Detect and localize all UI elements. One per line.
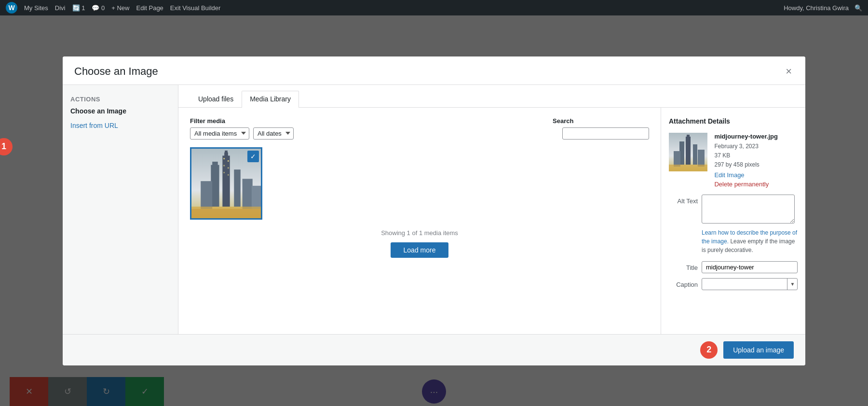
modal-footer: 2 Upload an image bbox=[63, 334, 805, 365]
svg-rect-17 bbox=[228, 174, 229, 175]
admin-bar-left: W My Sites Divi 🔄 1 💬 0 + New Edit Page … bbox=[6, 2, 776, 14]
admin-bar-comments[interactable]: 🔄 1 bbox=[72, 4, 85, 12]
attachment-info: midjourney-tower.jpg February 3, 2023 37… bbox=[714, 133, 777, 188]
svg-rect-19 bbox=[686, 137, 691, 165]
upload-image-button[interactable]: Upload an image bbox=[723, 341, 794, 359]
modal-body: Actions Choose an Image Insert from URL … bbox=[63, 85, 805, 334]
tabs-bar: Upload files Media Library bbox=[178, 85, 805, 108]
caption-input[interactable] bbox=[702, 278, 798, 290]
svg-rect-25 bbox=[669, 165, 707, 171]
attachment-thumbnail bbox=[669, 133, 707, 171]
svg-rect-9 bbox=[252, 185, 261, 209]
attachment-dimensions: 297 by 458 pixels bbox=[714, 160, 777, 169]
alt-text-hint: Learn how to describe the purpose of the… bbox=[702, 228, 798, 254]
attachment-edit-image-link[interactable]: Edit Image bbox=[714, 171, 777, 179]
step-badge-1-container: 1 bbox=[0, 138, 13, 155]
admin-bar-search-icon[interactable]: 🔍 bbox=[854, 4, 862, 12]
admin-bar-greeting: Howdy, Christina Gwira bbox=[784, 4, 849, 12]
tab-upload-files[interactable]: Upload files bbox=[190, 91, 242, 108]
admin-bar-new[interactable]: + New bbox=[111, 4, 129, 12]
svg-rect-20 bbox=[687, 135, 690, 139]
caption-label: Caption bbox=[669, 278, 698, 288]
svg-rect-22 bbox=[693, 144, 697, 165]
svg-rect-13 bbox=[228, 160, 229, 162]
svg-rect-5 bbox=[212, 161, 218, 167]
svg-rect-1 bbox=[222, 155, 230, 207]
title-row: Title bbox=[669, 261, 798, 273]
svg-rect-24 bbox=[698, 150, 705, 167]
svg-rect-15 bbox=[228, 167, 229, 168]
modal-header: Choose an Image × bbox=[63, 56, 805, 85]
attachment-details-panel: Attachment Details bbox=[661, 108, 805, 334]
attachment-filesize: 37 KB bbox=[714, 151, 777, 160]
admin-bar: W My Sites Divi 🔄 1 💬 0 + New Edit Page … bbox=[0, 0, 868, 15]
svg-rect-12 bbox=[223, 158, 225, 159]
sidebar-actions-label: Actions bbox=[63, 96, 108, 107]
date-filter[interactable]: All dates bbox=[253, 127, 294, 140]
media-library-content: Filter media All media items All dates bbox=[178, 108, 661, 334]
title-input[interactable] bbox=[702, 261, 798, 273]
modal-close-button[interactable]: × bbox=[784, 64, 794, 79]
title-label: Title bbox=[669, 261, 698, 271]
attachment-panel-title: Attachment Details bbox=[669, 117, 798, 125]
sidebar-insert-from-url[interactable]: Insert from URL bbox=[63, 119, 178, 132]
choose-image-modal: Choose an Image × Actions Choose an Imag… bbox=[63, 56, 805, 365]
attachment-meta-row: midjourney-tower.jpg February 3, 2023 37… bbox=[669, 133, 798, 188]
modal-overlay: Choose an Image × Actions Choose an Imag… bbox=[0, 15, 868, 406]
caption-row: Caption ▼ bbox=[669, 278, 798, 290]
svg-rect-11 bbox=[191, 209, 261, 218]
svg-rect-3 bbox=[225, 150, 228, 154]
filter-group: Filter media All media items All dates bbox=[190, 117, 553, 140]
search-label: Search bbox=[553, 117, 573, 125]
filter-label: Filter media bbox=[190, 117, 553, 125]
media-count: Showing 1 of 1 media items bbox=[190, 229, 649, 237]
search-group: Search bbox=[553, 117, 649, 140]
modal-main: Upload files Media Library Filter media bbox=[178, 85, 805, 334]
svg-rect-7 bbox=[201, 181, 212, 209]
media-type-filter[interactable]: All media items bbox=[190, 127, 249, 140]
svg-rect-16 bbox=[223, 172, 225, 173]
svg-rect-23 bbox=[674, 151, 680, 167]
search-input[interactable] bbox=[562, 127, 649, 140]
admin-bar-divi[interactable]: Divi bbox=[55, 4, 66, 12]
attachment-filename: midjourney-tower.jpg bbox=[714, 133, 777, 140]
wordpress-logo-icon[interactable]: W bbox=[6, 2, 17, 14]
svg-rect-6 bbox=[234, 169, 240, 207]
media-grid: ✓ bbox=[190, 147, 649, 220]
admin-bar-edit-page[interactable]: Edit Page bbox=[136, 4, 163, 12]
step-badge-2: 2 bbox=[700, 341, 718, 359]
admin-bar-my-sites[interactable]: My Sites bbox=[24, 4, 48, 12]
step-badge-1: 1 bbox=[0, 138, 13, 155]
modal-title: Choose an Image bbox=[74, 65, 158, 78]
attachment-delete-link[interactable]: Delete permanently bbox=[714, 181, 777, 188]
attachment-date: February 3, 2023 bbox=[714, 142, 777, 151]
admin-bar-right: Howdy, Christina Gwira 🔍 bbox=[784, 4, 862, 12]
svg-rect-14 bbox=[223, 165, 225, 166]
load-more-button[interactable]: Load more bbox=[391, 242, 448, 258]
alt-text-input[interactable] bbox=[702, 195, 795, 224]
admin-bar-messages[interactable]: 💬 0 bbox=[92, 4, 105, 12]
caption-expand-icon[interactable]: ▼ bbox=[787, 278, 798, 290]
media-item[interactable]: ✓ bbox=[190, 147, 262, 220]
media-selected-check: ✓ bbox=[247, 151, 259, 162]
alt-text-label: Alt Text bbox=[669, 195, 698, 205]
alt-text-row: Alt Text Learn how to describe the purpo… bbox=[669, 195, 798, 254]
filter-controls: All media items All dates bbox=[190, 127, 553, 140]
admin-bar-exit-builder[interactable]: Exit Visual Builder bbox=[170, 4, 221, 12]
modal-sidebar: Actions Choose an Image Insert from URL bbox=[63, 85, 178, 334]
caption-input-wrap: ▼ bbox=[702, 278, 798, 290]
tab-media-library[interactable]: Media Library bbox=[242, 91, 299, 108]
svg-rect-8 bbox=[243, 179, 253, 209]
filter-row: Filter media All media items All dates bbox=[190, 117, 649, 140]
